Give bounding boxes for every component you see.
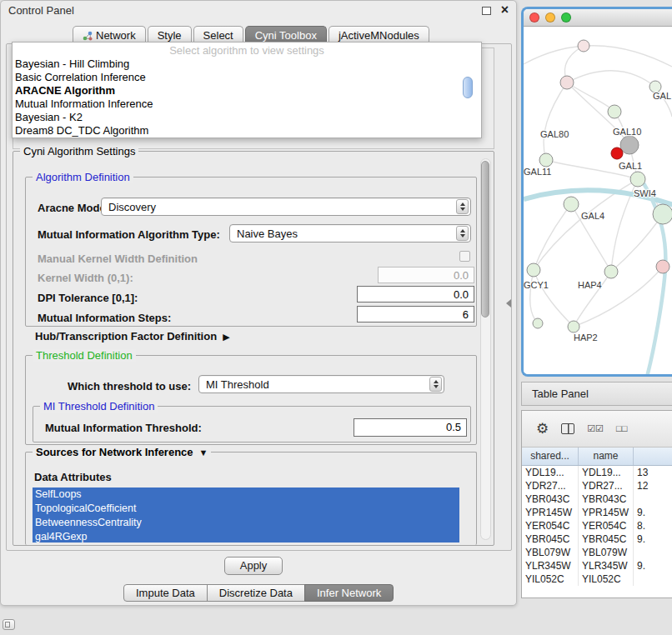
network-node[interactable] xyxy=(630,172,645,187)
panel-title: Control Panel xyxy=(8,4,74,17)
settings-scrollbar-track[interactable] xyxy=(480,158,491,540)
bottom-tab-impute-data[interactable]: Impute Data xyxy=(123,584,208,602)
deselect-all-icon[interactable]: □□ xyxy=(616,424,627,433)
network-node[interactable] xyxy=(653,204,672,224)
network-node[interactable] xyxy=(564,197,579,212)
table-cell: 9. xyxy=(634,532,672,546)
column-header-1[interactable]: shared... xyxy=(522,448,579,465)
network-node[interactable] xyxy=(568,321,579,332)
attribute-gal4rgexp[interactable]: gal4RGexp xyxy=(33,530,459,542)
table-panel-window: ⚙ ☑☑ □□ shared...name YDL19...YDL19...13… xyxy=(521,410,672,598)
sources-title: Sources for Network Inference xyxy=(36,446,193,458)
mi-type-select[interactable]: Naive Bayes xyxy=(229,224,471,242)
network-view-window: GAL80GAL10GAL11GAL1SWI4GAL4GCY1HAP4HAP2G… xyxy=(521,7,672,377)
show-panel-icon[interactable] xyxy=(3,619,15,630)
kernel-width-label: Kernel Width (0,1): xyxy=(38,272,133,284)
cyni-algorithm-settings-group: Cyni Algorithm Settings Algorithm Defini… xyxy=(13,151,494,546)
mi-threshold-title: MI Threshold Definition xyxy=(40,400,158,412)
bottom-tab-discretize-data[interactable]: Discretize Data xyxy=(207,584,305,602)
network-node[interactable] xyxy=(604,265,618,278)
table-cell: YPR145W xyxy=(579,506,634,519)
traffic-light-minimize[interactable] xyxy=(545,12,555,22)
algorithm-option-aracne-algorithm[interactable]: ARACNE Algorithm xyxy=(13,84,481,98)
node-label-gal4: GAL4 xyxy=(581,211,604,221)
control-panel: Control Panel × NetworkStyleSelectCyni T… xyxy=(0,0,517,606)
mi-threshold-field[interactable]: 0.5 xyxy=(354,418,467,437)
network-labels-layer: GAL80GAL10GAL11GAL1SWI4GAL4GCY1HAP4HAP2G… xyxy=(524,91,671,342)
sources-toggle[interactable]: Sources for Network Inference▼ xyxy=(33,446,211,458)
network-node[interactable] xyxy=(527,263,540,277)
table-cell: YDR27... xyxy=(579,479,634,492)
network-node[interactable] xyxy=(539,153,553,167)
network-window-titlebar[interactable] xyxy=(524,9,672,27)
table-cell: 12 xyxy=(634,479,672,492)
network-canvas[interactable]: GAL80GAL10GAL11GAL1SWI4GAL4GCY1HAP4HAP2G… xyxy=(524,27,672,376)
dpi-tolerance-field[interactable]: 0.0 xyxy=(357,286,474,302)
table-cell: 13 xyxy=(634,466,672,479)
table-cell xyxy=(634,546,672,559)
table-row[interactable]: YDR27...YDR27...12 xyxy=(522,479,672,492)
network-node[interactable] xyxy=(608,105,621,118)
collapse-arrow-icon: ▼ xyxy=(199,448,208,458)
gear-icon[interactable]: ⚙ xyxy=(536,422,549,436)
algorithm-option-basic-correlation-inference[interactable]: Basic Correlation Inference xyxy=(13,71,481,84)
node-label-hap4: HAP4 xyxy=(578,280,602,290)
algorithm-option-dream8-dc-tdc-algorithm[interactable]: Dream8 DC_TDC Algorithm xyxy=(13,124,481,138)
close-panel-button[interactable]: × xyxy=(501,2,509,18)
kernel-width-field: 0.0 xyxy=(378,267,474,283)
apply-button[interactable]: Apply xyxy=(224,557,283,575)
table-cell: YIL052C xyxy=(522,572,579,586)
table-cell: YER054C xyxy=(579,519,634,532)
data-attributes-label: Data Attributes xyxy=(34,471,112,483)
table-row[interactable]: YBR043CYBR043C xyxy=(522,492,672,506)
table-panel-header: Table Panel xyxy=(521,382,672,406)
table-cell xyxy=(634,572,672,586)
network-node[interactable] xyxy=(620,136,639,154)
node-label-gal: GAL xyxy=(653,91,671,101)
traffic-light-close[interactable] xyxy=(529,12,539,22)
attribute-selfloops[interactable]: SelfLoops xyxy=(33,488,459,502)
table-row[interactable]: YBL079WYBL079W xyxy=(522,546,672,559)
table-row[interactable]: YDL19...YDL19...13 xyxy=(522,466,672,479)
attribute-betweennesscentrality[interactable]: BetweennessCentrality xyxy=(33,516,459,530)
network-node[interactable] xyxy=(611,148,623,159)
algorithm-option-mutual-information-inference[interactable]: Mutual Information Inference xyxy=(13,98,481,111)
table-row[interactable]: YIL052CYIL052C xyxy=(522,572,672,586)
algorithm-option-bayesian-k2[interactable]: Bayesian - K2 xyxy=(13,111,481,124)
threshold-definition-group: Threshold Definition Which threshold to … xyxy=(25,355,477,445)
which-threshold-select[interactable]: MI Threshold xyxy=(198,375,444,393)
table-row[interactable]: YPR145WYPR145W9. xyxy=(522,506,672,519)
table-body: YDL19...YDL19...13YDR27...YDR27...12YBR0… xyxy=(522,466,672,586)
table-cell: YLR345W xyxy=(579,559,634,572)
network-node[interactable] xyxy=(560,76,574,89)
node-label-gcy1: GCY1 xyxy=(524,280,549,290)
mi-steps-field[interactable]: 6 xyxy=(357,306,474,322)
settings-scrollbar-thumb[interactable] xyxy=(481,161,489,318)
float-window-button[interactable] xyxy=(482,7,491,15)
table-toolbar: ⚙ ☑☑ □□ xyxy=(522,411,672,448)
network-node[interactable] xyxy=(533,318,543,328)
network-node[interactable] xyxy=(656,260,669,273)
mi-type-label: Mutual Information Algorithm Type: xyxy=(38,228,220,241)
column-header-2[interactable]: name xyxy=(579,448,634,465)
node-label-gal10: GAL10 xyxy=(613,127,641,137)
network-tab-icon xyxy=(83,31,93,41)
algorithm-option-bayesian-hill-climbing[interactable]: Bayesian - Hill Climbing xyxy=(13,58,481,71)
dropdown-placeholder: Select algorithm to view settings xyxy=(13,44,481,58)
select-all-icon[interactable]: ☑☑ xyxy=(587,424,604,433)
table-row[interactable]: YBR045CYBR045C9. xyxy=(522,532,672,546)
sources-group: Sources for Network Inference▼ Data Attr… xyxy=(25,452,477,545)
aracne-mode-select[interactable]: Discovery xyxy=(101,198,471,216)
hub-definition-toggle[interactable]: Hub/Transcription Factor Definition▶ xyxy=(35,330,230,342)
manual-kernel-label: Manual Kernel Width Definition xyxy=(38,252,198,265)
dropdown-scrollbar-thumb[interactable] xyxy=(463,77,473,98)
column-header-3[interactable] xyxy=(634,448,672,465)
splitter-collapse-handle[interactable] xyxy=(506,299,511,308)
columns-icon[interactable] xyxy=(561,423,574,434)
bottom-tab-infer-network[interactable]: Infer Network xyxy=(304,584,394,602)
network-node[interactable] xyxy=(578,40,589,52)
table-row[interactable]: YLR345WYLR345W9. xyxy=(522,559,672,572)
table-row[interactable]: YER054CYER054C8. xyxy=(522,519,672,532)
attribute-topologicalcoefficient[interactable]: TopologicalCoefficient xyxy=(33,502,459,516)
traffic-light-zoom[interactable] xyxy=(561,12,571,22)
